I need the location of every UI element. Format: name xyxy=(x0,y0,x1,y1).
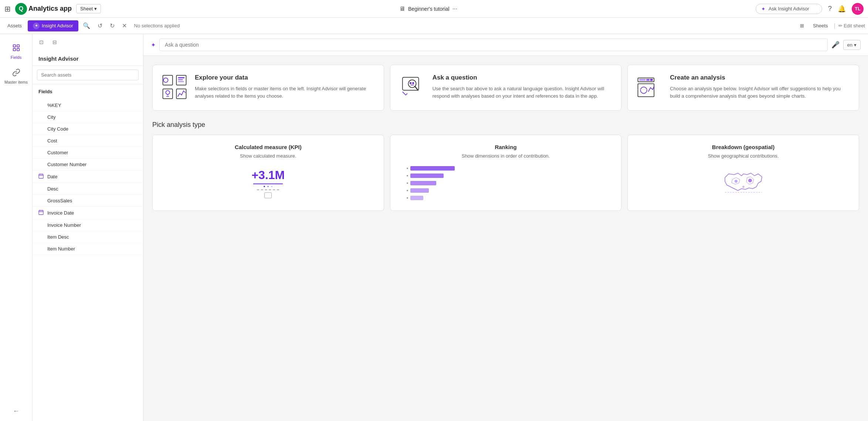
field-label: Cost xyxy=(47,138,57,144)
toolbar-icon-btns: 🔍 ↺ ↻ ✕ xyxy=(80,20,130,31)
field-item-%key[interactable]: %KEY xyxy=(33,100,143,111)
panel-expand-btn[interactable]: ⊡ xyxy=(35,37,47,47)
app-name: Analytics app xyxy=(28,5,72,13)
field-item-grosssales[interactable]: GrossSales xyxy=(33,195,143,207)
field-label: Date xyxy=(47,174,57,179)
svg-point-19 xyxy=(166,91,170,95)
field-item-city[interactable]: City xyxy=(33,111,143,123)
field-item-invoice-date[interactable]: Invoice Date xyxy=(33,207,143,219)
collapse-panel-icon[interactable]: ← xyxy=(13,407,20,415)
sheet-selector[interactable]: Sheet ▾ xyxy=(76,4,101,13)
svg-rect-8 xyxy=(39,210,43,215)
master-items-icon xyxy=(12,68,20,78)
sparkle-icon: ✦ xyxy=(761,6,766,12)
panel-contract-btn[interactable]: ⊟ xyxy=(49,37,61,47)
notifications-icon[interactable]: 🔔 xyxy=(838,5,846,13)
forward-icon[interactable]: ↻ xyxy=(107,20,118,31)
top-nav: ⊞ Q Analytics app Sheet ▾ 🖥 Beginner's t… xyxy=(0,0,868,18)
pick-analysis-title: Pick analysis type xyxy=(152,121,859,129)
geospatial-title: Breakdown (geospatial) xyxy=(637,144,850,150)
svg-point-27 xyxy=(412,82,414,84)
svg-point-34 xyxy=(641,87,647,94)
kpi-dots xyxy=(251,186,285,187)
search-assets-input[interactable] xyxy=(37,70,139,80)
field-label: City xyxy=(47,114,55,120)
analysis-cards: Calculated measure (KPI) Show calculated… xyxy=(152,135,859,211)
kpi-value-display: +3.1M xyxy=(251,168,285,198)
sidebar-item-master-items[interactable]: Master items xyxy=(1,65,31,88)
svg-point-38 xyxy=(742,186,745,188)
ask-question-input[interactable] xyxy=(159,38,828,51)
field-item-invoice-number[interactable]: Invoice Number xyxy=(33,219,143,231)
field-label: City Code xyxy=(47,126,68,132)
svg-rect-0 xyxy=(13,45,15,47)
ask-icon xyxy=(399,74,425,101)
kpi-card[interactable]: Calculated measure (KPI) Show calculated… xyxy=(152,135,384,211)
language-selector[interactable]: en ▾ xyxy=(843,40,861,50)
field-label: Desc xyxy=(47,186,58,192)
kpi-underline xyxy=(253,183,283,184)
search-toolbar-icon[interactable]: 🔍 xyxy=(80,20,93,31)
svg-point-13 xyxy=(163,78,168,82)
field-item-cost[interactable]: Cost xyxy=(33,135,143,147)
explore-card-text: Make selections in fields or master item… xyxy=(195,85,375,100)
ranking-title: Ranking xyxy=(399,144,613,150)
ask-card-text: Use the search bar above to ask a natura… xyxy=(433,85,613,100)
svg-rect-30 xyxy=(639,79,646,81)
ia-circle-icon: ✦ xyxy=(33,23,40,29)
fields-label: Fields xyxy=(11,55,21,60)
geospatial-card[interactable]: Breakdown (geospatial) Show geographical… xyxy=(627,135,859,211)
ask-insight-advisor-button[interactable]: ✦ Ask Insight Advisor xyxy=(756,4,822,14)
field-item-item-number[interactable]: Item Number xyxy=(33,243,143,255)
field-item-desc[interactable]: Desc xyxy=(33,183,143,195)
assets-button[interactable]: Assets xyxy=(3,21,26,31)
field-item-city-code[interactable]: City Code xyxy=(33,123,143,135)
field-item-item-desc[interactable]: Item Desc xyxy=(33,231,143,243)
svg-rect-3 xyxy=(17,48,19,51)
clear-icon[interactable]: ✕ xyxy=(119,20,130,31)
field-label: %KEY xyxy=(47,102,61,108)
info-cards-row: Explore your data Make selections in fie… xyxy=(152,65,859,111)
explore-card: Explore your data Make selections in fie… xyxy=(152,65,384,111)
kpi-visual: +3.1M xyxy=(162,165,375,202)
create-icon xyxy=(637,74,662,101)
more-icon[interactable]: ··· xyxy=(452,6,457,12)
content-area: Explore your data Make selections in fie… xyxy=(143,56,868,421)
svg-rect-16 xyxy=(178,79,183,80)
qlik-logo: Q Analytics app xyxy=(15,3,72,15)
help-icon[interactable]: ? xyxy=(828,5,832,13)
microphone-icon[interactable]: 🎤 xyxy=(831,41,840,49)
back-icon[interactable]: ↺ xyxy=(95,20,105,31)
grid-menu-icon[interactable]: ⊞ xyxy=(4,4,11,13)
svg-rect-4 xyxy=(39,174,43,178)
field-item-customer[interactable]: Customer xyxy=(33,147,143,159)
master-items-label: Master items xyxy=(4,80,28,84)
ranking-card[interactable]: Ranking Show dimensions in order of cont… xyxy=(390,135,622,211)
edit-sheet-button[interactable]: ✏ Edit sheet xyxy=(838,23,865,28)
toolbar-right: ⊞ Sheets | ✏ Edit sheet xyxy=(797,21,865,30)
svg-rect-15 xyxy=(178,77,185,78)
grid-view-icon[interactable]: ⊞ xyxy=(797,21,807,30)
insight-advisor-toolbar-button[interactable]: ✦ Insight Advisor xyxy=(28,20,78,31)
tutorial-label[interactable]: Beginner's tutorial xyxy=(408,6,450,12)
nav-center: 🖥 Beginner's tutorial ··· xyxy=(105,6,751,12)
field-icon xyxy=(38,210,44,216)
create-card-title: Create an analysis xyxy=(670,74,850,81)
ask-card-title: Ask a question xyxy=(433,74,613,81)
sidebar-item-fields[interactable]: Fields xyxy=(1,40,31,63)
user-avatar[interactable]: TL xyxy=(852,3,864,15)
field-item-customer-number[interactable]: Customer Number xyxy=(33,159,143,171)
field-icon xyxy=(38,174,44,180)
field-item-date[interactable]: Date xyxy=(33,171,143,183)
sheets-button[interactable]: Sheets xyxy=(810,21,831,30)
ranking-visual xyxy=(399,165,613,202)
tutorial-icon: 🖥 xyxy=(399,6,405,12)
main-layout: Fields Master items ← ⊡ ⊟ Insight Adviso… xyxy=(0,34,868,421)
svg-point-36 xyxy=(735,180,738,183)
kpi-title: Calculated measure (KPI) xyxy=(162,144,375,150)
kpi-desc: Show calculated measure. xyxy=(162,153,375,159)
ia-panel-inner: Fields %KEYCityCity CodeCostCustomerCust… xyxy=(33,84,143,421)
ask-card-body: Ask a question Use the search bar above … xyxy=(433,74,613,100)
kpi-box xyxy=(264,192,272,198)
fields-icon xyxy=(12,44,20,54)
